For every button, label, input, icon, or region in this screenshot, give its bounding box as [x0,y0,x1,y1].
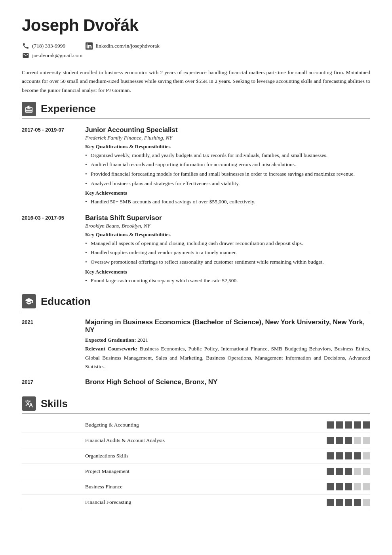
skill-dot [345,452,352,459]
skill-dot [327,421,334,429]
email-contact: joe.dvorak@gmail.com [22,52,82,59]
bullet-item: Managed all aspects of opening and closi… [85,239,370,248]
achievements-list: Handled 50+ SMB accounts and found savin… [85,197,370,206]
skill-row: Financial Forecasting [22,495,370,510]
entry-title: Junior Accounting Specialist [85,126,370,134]
entry-title: Barista Shift Supervisor [85,214,370,222]
skill-row: Budgeting & Accounting [22,417,370,433]
skill-dot [354,483,361,490]
education-title: Education [41,295,91,308]
skill-dots [327,499,370,506]
achievement-item: Found large cash-counting discrepancy wh… [85,276,370,285]
education-entry: 2017 Bronx High School of Science, Bronx… [22,378,370,388]
skill-dot [354,452,361,459]
summary-text: Current university student enrolled in b… [22,68,370,95]
skills-header: Skills [22,396,370,413]
linkedin-contact: linkedin.com/in/josephdvorak [85,42,160,50]
skill-dot [345,483,352,490]
skill-dot [363,499,370,506]
skill-dot [345,499,352,506]
skill-name: Financial Forecasting [22,499,327,505]
achievements-heading: Key Achievements [85,190,370,196]
skill-dot [354,468,361,475]
qualifications-heading: Key Qualifications & Responsibilities [85,232,370,238]
linkedin-text: linkedin.com/in/josephdvorak [95,43,160,49]
skill-dot [363,421,370,429]
edu-title: Bronx High School of Science, Bronx, NY [85,378,370,386]
skill-dots [327,421,370,429]
skill-row: Organizations Skills [22,448,370,464]
achievements-list: Found large cash-counting discrepancy wh… [85,276,370,285]
edu-content: Bronx High School of Science, Bronx, NY [85,378,370,388]
phone-text: (718) 333-9999 [32,43,65,49]
bullets-list: Organized weekly, monthly, and yearly bu… [85,151,370,188]
bullet-item: Analyzed business plans and strategies f… [85,179,370,188]
skill-dot [345,437,352,444]
skill-dot [354,437,361,444]
skill-dot [336,483,343,490]
bullet-item: Provided financial forecasting models fo… [85,170,370,178]
skill-dots [327,483,370,490]
phone-icon [22,42,30,50]
entry-date: 2016-03 - 2017-05 [22,214,85,285]
education-section: Education 2021 Majoring in Business Econ… [22,294,370,388]
entry-content: Junior Accounting Specialist Frederick F… [85,126,370,207]
email-icon [22,52,30,59]
experience-header: Experience [22,102,370,119]
resume-name: Joseph Dvořák [22,16,370,35]
experience-title: Experience [41,103,96,115]
skill-name: Business Finance [22,484,327,490]
skill-dot [363,483,370,490]
skill-name: Budgeting & Accounting [22,422,327,428]
experience-entry: 2017-05 - 2019-07 Junior Accounting Spec… [22,126,370,207]
skill-dot [363,452,370,459]
skill-dot [354,421,361,429]
bullet-item: Organized weekly, monthly, and yearly bu… [85,151,370,160]
skills-entries: Budgeting & Accounting Financial Audits … [22,417,370,510]
skill-dot [336,437,343,444]
skill-row: Project Management [22,464,370,479]
skill-name: Organizations Skills [22,453,327,459]
bullet-item: Handled supplies ordering and vendor pay… [85,248,370,257]
skill-dot [336,468,343,475]
bullets-list: Managed all aspects of opening and closi… [85,239,370,266]
skill-dot [354,499,361,506]
bullet-item: Audited financial records and supporting… [85,160,370,169]
phone-contact: (718) 333-9999 [22,42,65,50]
achievement-item: Handled 50+ SMB accounts and found savin… [85,197,370,206]
linkedin-icon [85,42,93,50]
skill-dot [363,437,370,444]
experience-section: Experience 2017-05 - 2019-07 Junior Acco… [22,102,370,285]
graduation-detail: Expected Graduation: 2021 [85,336,370,344]
skill-dots [327,452,370,459]
skill-dots [327,437,370,444]
skill-dot [327,468,334,475]
entry-subtitle: Frederick Family Finance, Flushing, NY [85,135,370,141]
edu-date: 2021 [22,318,85,371]
entry-date: 2017-05 - 2019-07 [22,126,85,207]
contact-row-2: joe.dvorak@gmail.com [22,52,370,59]
skill-dot [327,437,334,444]
contact-row-1: (718) 333-9999 linkedin.com/in/josephdvo… [22,42,370,50]
entry-content: Barista Shift Supervisor Brooklyn Beans,… [85,214,370,285]
experience-icon [22,102,36,116]
achievements-heading: Key Achievements [85,269,370,275]
edu-date: 2017 [22,378,85,388]
skill-dot [345,468,352,475]
skill-dot [336,499,343,506]
experience-entry: 2016-03 - 2017-05 Barista Shift Supervis… [22,214,370,285]
coursework-detail: Relevant Coursework: Business Economics,… [85,344,370,371]
skill-dot [345,421,352,429]
skill-dot [327,483,334,490]
email-text: joe.dvorak@gmail.com [32,52,82,59]
entry-subtitle: Brooklyn Beans, Brooklyn, NY [85,223,370,229]
skill-dot [336,452,343,459]
skills-icon [22,396,36,411]
skills-section: Skills Budgeting & Accounting Financial … [22,396,370,510]
skill-row: Financial Audits & Account Analysis [22,433,370,448]
skill-dot [336,421,343,429]
skill-name: Financial Audits & Account Analysis [22,437,327,444]
edu-content: Majoring in Business Economics (Bachelor… [85,318,370,371]
skill-dot [327,499,334,506]
edu-title: Majoring in Business Economics (Bachelor… [85,318,370,334]
